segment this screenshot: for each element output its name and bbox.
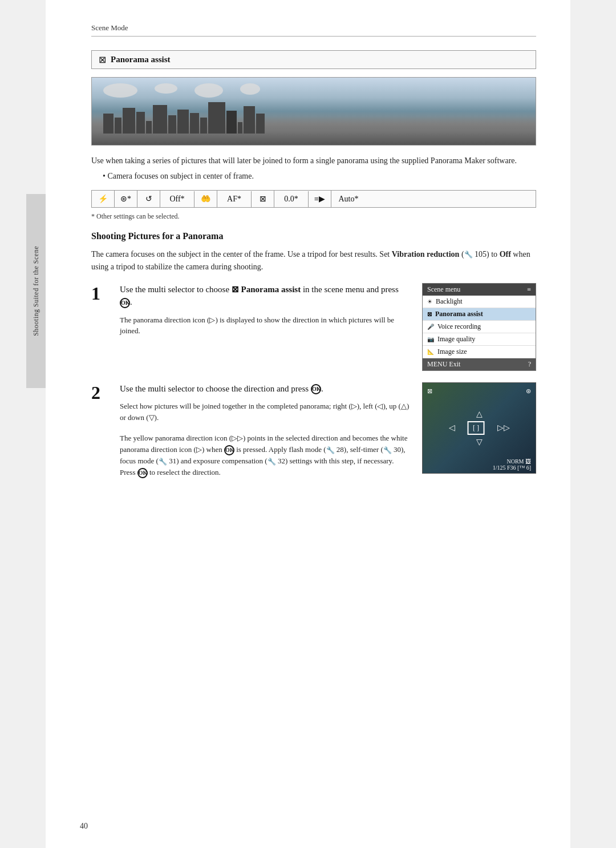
page-number: 40	[80, 822, 88, 831]
step-2-main-text: Use the multi selector to choose the dir…	[120, 382, 411, 395]
step-1-container: 1 Use the multi selector to choose ⊠ Pan…	[91, 283, 536, 371]
scene-menu-title: Scene menu	[427, 285, 460, 294]
ok-button-icon-1: OK	[120, 298, 130, 308]
page-header-title: Scene Mode	[91, 23, 128, 32]
camera-display-panel: ⊠ ⊛ △ ◁ [ ] ▷▷ ▽ NORM 🖼 1/125 F36 [™ 6]	[422, 382, 536, 474]
building-11	[208, 102, 225, 134]
camera-nav-right: ▷▷	[497, 423, 510, 433]
camera-top-right-icon: ⊛	[526, 387, 531, 395]
scene-menu-icon: ≡	[527, 285, 531, 294]
panorama-image	[91, 77, 536, 146]
setting-af: AF*	[217, 191, 252, 207]
building-2	[115, 118, 121, 134]
setting-auto: Auto*	[331, 191, 366, 207]
page: Shooting Suited for the Scene Scene Mode…	[46, 0, 570, 848]
setting-focus: 🤲	[194, 191, 217, 207]
camera-exposure: 1/125 F36 [™ 6]	[493, 465, 531, 471]
menu-exit-label: MENU Exit	[427, 360, 460, 369]
step-2-content: Use the multi selector to choose the dir…	[120, 382, 411, 478]
auto-label: Auto*	[339, 195, 359, 204]
shooting-heading: Shooting Pictures for a Panorama	[91, 231, 536, 241]
building-8	[177, 110, 189, 134]
ok-icon-inline-2: OK	[137, 468, 148, 478]
setting-scene: ⊛*	[115, 191, 137, 207]
voice-label: Voice recording	[437, 322, 481, 331]
ref-icon-4: 🔧	[159, 457, 167, 467]
clouds-decoration	[103, 83, 260, 98]
exposure-icon: ⊠	[260, 194, 266, 204]
scene-icon: ⊛*	[120, 194, 131, 204]
buildings-decoration	[92, 99, 536, 134]
camera-nav: △ ◁ [ ] ▷▷ ▽	[449, 409, 510, 447]
flash-icon: ⚡	[98, 194, 108, 204]
step-1-sub-text: The panorama direction icon (▷) is displ…	[120, 314, 411, 337]
ref-icon-5: 🔧	[268, 457, 276, 467]
size-label: Image size	[437, 348, 467, 356]
size-icon: 📐	[427, 349, 434, 355]
scene-menu-item-backlight: ☀ Backlight	[423, 296, 536, 308]
off-label-2: Off	[500, 250, 511, 259]
panorama-label: Panorama assist	[435, 310, 483, 318]
camera-nav-mid: ◁ [ ] ▷▷	[449, 421, 510, 435]
panorama-icon: ⊠	[99, 54, 106, 65]
panorama-icon-inline: ⊠	[232, 285, 239, 294]
scene-menu-item-panorama: ⊠ Panorama assist	[423, 308, 536, 321]
building-3	[123, 108, 135, 134]
step-2-number: 2	[91, 383, 108, 402]
building-14	[244, 106, 255, 134]
side-tab-label: Shooting Suited for the Scene	[32, 246, 40, 336]
step-2-sub-text-2: The yellow panorama direction icon (▷▷) …	[120, 433, 411, 478]
vibration-reduction-label: Vibration reduction	[392, 250, 460, 259]
panorama-menu-icon: ⊠	[427, 311, 432, 317]
scene-menu-item-voice: 🎤 Voice recording	[423, 321, 536, 333]
building-9	[190, 113, 199, 134]
scene-menu-header: Scene menu ≡	[423, 284, 536, 296]
building-13	[238, 122, 242, 134]
camera-top-left-icon: ⊠	[427, 387, 432, 395]
scene-menu-footer: MENU Exit ?	[423, 358, 536, 370]
setting-mode-icon: ≡▶	[309, 191, 331, 207]
setting-exposure-value: 0.0*	[274, 191, 309, 207]
menu-help-label: ?	[528, 360, 531, 369]
panorama-description: Use when taking a series of pictures tha…	[91, 155, 536, 167]
camera-nav-left: ◁	[449, 423, 455, 433]
camera-norm: NORM 🖼	[493, 458, 531, 465]
panorama-bullet: Camera focuses on subject in center of f…	[103, 170, 536, 182]
camera-nav-down: ▽	[476, 437, 483, 447]
step-2-container: 2 Use the multi selector to choose the d…	[91, 382, 536, 478]
backlight-label: Backlight	[436, 297, 463, 306]
off-label: Off*	[169, 195, 184, 204]
quality-icon: 📷	[427, 336, 434, 342]
quality-label: Image quality	[437, 335, 475, 344]
cloud-4	[240, 83, 260, 95]
scene-menu-item-quality: 📷 Image quality	[423, 333, 536, 346]
voice-icon: 🎤	[427, 324, 434, 330]
setting-selftimer: ↺	[137, 191, 160, 207]
camera-bracket: [ ]	[468, 421, 485, 435]
shooting-intro: The camera focuses on the subject in the…	[91, 248, 536, 274]
asterisk-note: * Other settings can be selected.	[91, 212, 536, 221]
cloud-3	[194, 83, 223, 98]
step-2-sub-text-1: Select how pictures will be joined toget…	[120, 401, 411, 423]
building-1	[103, 114, 114, 134]
scene-menu-item-size: 📐 Image size	[423, 346, 536, 358]
ok-icon-inline: OK	[224, 445, 234, 455]
panorama-assist-label: Panorama assist	[241, 285, 301, 294]
side-tab: Shooting Suited for the Scene	[26, 194, 46, 388]
building-4	[136, 112, 145, 134]
ref-icon-2: 🔧	[326, 445, 335, 455]
building-10	[200, 118, 207, 134]
building-7	[168, 115, 176, 134]
exposure-value: 0.0*	[284, 195, 298, 204]
building-5	[146, 121, 152, 134]
setting-exposure-icon: ⊠	[252, 191, 274, 207]
building-15	[256, 114, 265, 134]
camera-bottom-info: NORM 🖼 1/125 F36 [™ 6]	[493, 458, 531, 471]
selftimer-icon: ↺	[145, 194, 152, 204]
cloud-1	[103, 83, 137, 98]
ref-icon-1: 🔧	[464, 249, 473, 260]
page-header: Scene Mode	[91, 23, 536, 37]
camera-nav-up: △	[476, 409, 483, 419]
focus-icon: 🤲	[201, 194, 210, 204]
settings-bar: ⚡ ⊛* ↺ Off* 🤲 AF* ⊠ 0.0* ≡▶ Auto*	[91, 190, 536, 208]
